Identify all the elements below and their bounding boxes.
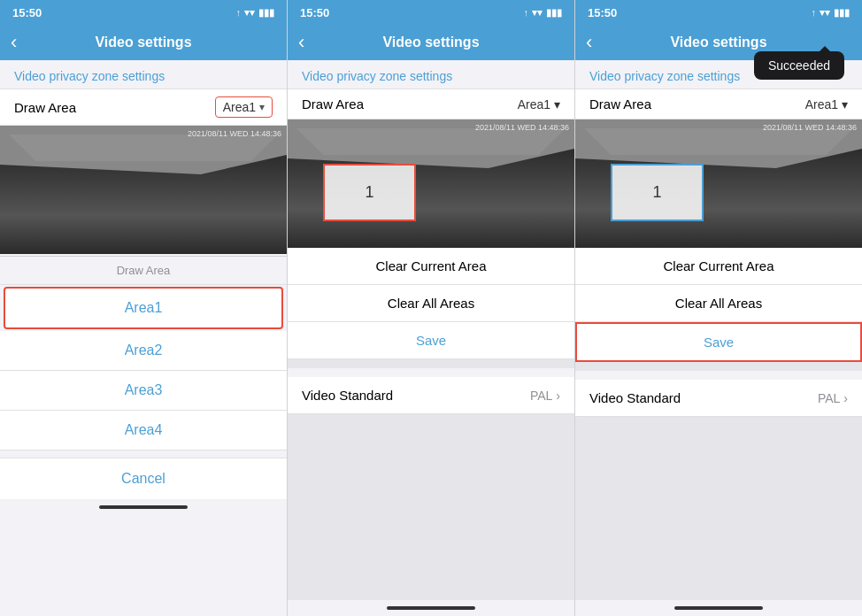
phone-panel-3: 15:50 ↑ ▾▾ ▮▮▮ ‹ Video settings Succeede…	[575, 0, 862, 616]
content-2: Video privacy zone settings Draw Area Ar…	[288, 60, 574, 616]
location-icon-3: ↑	[812, 7, 817, 18]
draw-area-label-3: Draw Area	[589, 96, 651, 112]
camera-view-1: 2021/08/11 WED 14:48:36	[0, 126, 287, 254]
dropdown-item-area1[interactable]: Area1	[4, 287, 283, 329]
success-tooltip: Succeeded	[754, 51, 844, 80]
battery-icon-3: ▮▮▮	[834, 7, 850, 19]
status-time-2: 15:50	[300, 6, 329, 19]
status-icons-1: ↑ ▾▾ ▮▮▮	[236, 7, 275, 19]
back-button-2[interactable]: ‹	[298, 33, 304, 52]
area-dropdown-plain-2[interactable]: Area1 ▾	[518, 97, 560, 112]
status-bar-2: 15:50 ↑ ▾▾ ▮▮▮	[288, 0, 574, 25]
cancel-button-1[interactable]: Cancel	[0, 458, 287, 499]
dropdown-title-1: Draw Area	[0, 257, 287, 285]
wifi-icon: ▾▾	[244, 7, 255, 19]
privacy-box-2[interactable]: 1	[323, 164, 416, 221]
back-button-3[interactable]: ‹	[586, 33, 592, 52]
privacy-zone-link-2[interactable]: Video privacy zone settings	[288, 60, 574, 89]
area-value-3: Area1	[805, 97, 838, 112]
ceiling-detail-2	[296, 128, 566, 155]
video-standard-value-3: PAL	[818, 391, 840, 405]
separator-3	[575, 362, 862, 371]
video-standard-right-3: PAL ›	[818, 391, 848, 405]
clear-all-areas-2[interactable]: Clear All Areas	[288, 285, 574, 322]
camera-view-2: 2021/08/11 WED 14:48:36 1	[288, 119, 574, 248]
status-bar-3: 15:50 ↑ ▾▾ ▮▮▮	[575, 0, 862, 25]
status-time-3: 15:50	[588, 6, 617, 19]
chevron-down-icon-1: ▾	[259, 101, 265, 113]
home-bar-2	[387, 606, 475, 610]
privacy-box-number-2: 1	[365, 183, 373, 202]
camera-timestamp-1: 2021/08/11 WED 14:48:36	[188, 129, 281, 138]
chevron-down-icon-3: ▾	[842, 97, 848, 112]
privacy-zone-link-1[interactable]: Video privacy zone settings	[0, 60, 287, 89]
video-standard-value-2: PAL	[530, 389, 552, 403]
battery-icon: ▮▮▮	[258, 7, 274, 19]
phone-panel-1: 15:50 ↑ ▾▾ ▮▮▮ ‹ Video settings Video pr…	[0, 0, 288, 616]
video-standard-label-3: Video Standard	[589, 390, 681, 405]
home-indicator-1	[0, 499, 287, 515]
chevron-right-icon-2: ›	[556, 389, 560, 403]
area-value-2: Area1	[518, 97, 550, 112]
phone-panel-2: 15:50 ↑ ▾▾ ▮▮▮ ‹ Video settings Video pr…	[288, 0, 575, 616]
clear-all-areas-3[interactable]: Clear All Areas	[575, 285, 862, 322]
draw-area-row-3: Draw Area Area1 ▾	[575, 89, 862, 119]
nav-bar-1: ‹ Video settings	[0, 25, 287, 60]
home-bar-3	[674, 606, 763, 610]
page-title-1: Video settings	[95, 35, 191, 50]
page-title-3: Video settings	[670, 35, 766, 50]
chevron-down-icon-2: ▾	[554, 97, 560, 112]
video-standard-right-2: PAL ›	[530, 389, 560, 403]
status-bar-1: 15:50 ↑ ▾▾ ▮▮▮	[0, 0, 287, 25]
camera-timestamp-3: 2021/08/11 WED 14:48:36	[763, 123, 857, 132]
content-3: Video privacy zone settings Draw Area Ar…	[575, 60, 862, 616]
ceiling-detail-3	[584, 128, 853, 155]
status-icons-2: ↑ ▾▾ ▮▮▮	[524, 7, 563, 19]
dropdown-item-area3[interactable]: Area3	[0, 371, 287, 411]
dropdown-item-area4[interactable]: Area4	[0, 411, 287, 450]
ceiling-detail-1	[9, 135, 278, 161]
back-button-1[interactable]: ‹	[11, 33, 17, 52]
video-standard-row-3[interactable]: Video Standard PAL ›	[575, 380, 862, 417]
camera-timestamp-2: 2021/08/11 WED 14:48:36	[475, 123, 569, 132]
content-1: Video privacy zone settings Draw Area Ar…	[0, 60, 287, 616]
dropdown-item-area2[interactable]: Area2	[0, 331, 287, 371]
battery-icon-2: ▮▮▮	[546, 7, 562, 19]
page-title-2: Video settings	[382, 35, 479, 50]
grey-bottom-3	[575, 417, 862, 600]
save-button-2[interactable]: Save	[288, 322, 574, 359]
location-icon-2: ↑	[524, 7, 529, 18]
status-time-1: 15:50	[12, 6, 42, 19]
area-dropdown-1[interactable]: Area1 ▾	[215, 96, 273, 118]
clear-current-area-2[interactable]: Clear Current Area	[288, 248, 574, 285]
draw-area-row-1: Draw Area Area1 ▾	[0, 89, 287, 126]
video-standard-label-2: Video Standard	[302, 388, 393, 403]
wifi-icon-2: ▾▾	[532, 7, 543, 19]
area-dropdown-plain-3[interactable]: Area1 ▾	[805, 97, 848, 112]
draw-area-row-2: Draw Area Area1 ▾	[288, 89, 574, 119]
clear-current-area-3[interactable]: Clear Current Area	[575, 248, 862, 285]
video-standard-row-2[interactable]: Video Standard PAL ›	[288, 377, 574, 414]
camera-view-3: 2021/08/11 WED 14:48:36 1	[575, 119, 862, 248]
chevron-right-icon-3: ›	[843, 391, 848, 405]
home-indicator-3	[575, 600, 862, 616]
nav-bar-2: ‹ Video settings	[288, 25, 574, 60]
home-indicator-2	[288, 600, 574, 616]
save-button-3[interactable]: Save	[575, 322, 862, 362]
location-icon: ↑	[236, 7, 242, 18]
draw-area-label-2: Draw Area	[302, 96, 364, 112]
grey-bottom-2	[288, 414, 574, 600]
dropdown-overlay-1: Draw Area Area1 Area2 Area3 Area4 Cancel	[0, 256, 287, 499]
status-icons-3: ↑ ▾▾ ▮▮▮	[812, 7, 850, 19]
home-bar-1	[99, 505, 188, 509]
wifi-icon-3: ▾▾	[820, 7, 830, 19]
privacy-box-3[interactable]: 1	[611, 164, 704, 221]
separator-2	[288, 359, 574, 368]
area-value-1: Area1	[223, 100, 256, 114]
draw-area-label-1: Draw Area	[14, 100, 76, 115]
privacy-box-number-3: 1	[652, 183, 661, 202]
